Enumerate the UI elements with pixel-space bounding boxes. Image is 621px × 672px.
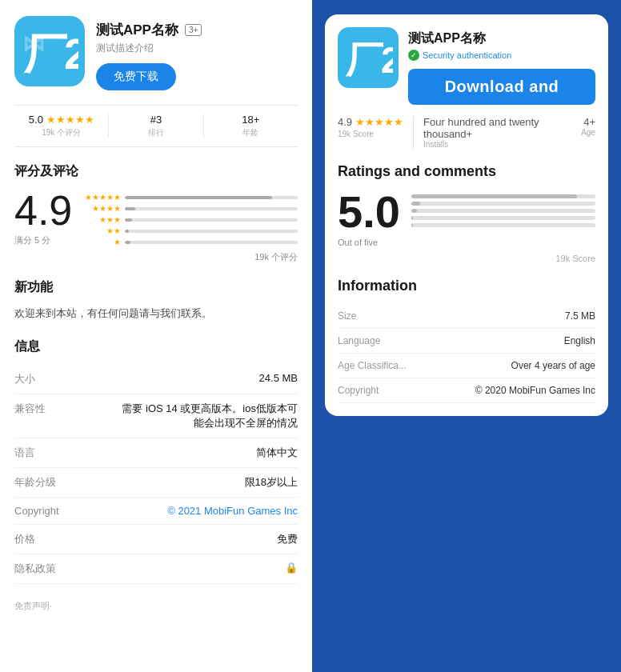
stats-row-right: 4.9 ★★★★★ 19k Score Four hundred and twe… [338,116,595,149]
big-score-left: 4.9 满分 5 分 [14,190,72,246]
stat-rank-label: 排行 [109,127,202,138]
star-row-3: ★★★ [85,215,298,224]
stat-rating-label: 19k 个评分 [14,127,108,138]
app-title-row: 测试APP名称 3+ [96,21,298,39]
right-app-title: 测试APP名称 [408,30,595,47]
stat-age-label: 年龄 [204,127,298,138]
right-age: 4+ Age [581,116,595,137]
info-row-age: 年龄分级 限18岁以上 [14,468,298,498]
ratings-title-right: Ratings and comments [338,163,595,180]
info-section-left: 信息 大小 24.5 MB 兼容性 需要 iOS 14 或更高版本。ios低版本… [14,338,298,584]
app-icon-left: 厂28 ⋈ [14,16,85,86]
right-app-info: 测试APP名称 ✓ Security authentication Downlo… [408,27,595,105]
right-info-row-age: Age Classifica... Over 4 years of age [338,354,595,378]
left-panel: 厂28 ⋈ 测试APP名称 3+ 测试描述介绍 免费下载 5.0 ★★★★★ 1… [0,0,312,672]
download-button-right[interactable]: Download and [408,69,595,105]
right-bars [411,190,595,227]
app-info-left: 测试APP名称 3+ 测试描述介绍 免费下载 [96,16,298,90]
stat-rating: 5.0 ★★★★★ 19k 个评分 [14,114,109,138]
info-section-right: Information Size 7.5 MB Language English… [338,278,595,403]
ratings-count-right: 19k Score [338,254,595,263]
stat-age: 18+ 年龄 [204,114,298,138]
app-icon-right: 厂28 [338,27,399,88]
ratings-section-right: Ratings and comments 5.0 Out of five 19k… [338,163,595,263]
svg-text:⋈: ⋈ [22,31,45,56]
ratings-inner-left: 4.9 满分 5 分 ★★★★★ ★★★★ ★★★ ★★ [14,190,298,246]
shield-icon: ✓ [408,50,419,61]
info-row-privacy: 隐私政策 🔒 [14,554,298,584]
star-row-4: ★★★★ [85,204,298,213]
age-badge-left: 3+ [185,24,202,36]
new-features-title: 新功能 [14,279,298,296]
security-auth: ✓ Security authentication [408,50,595,61]
stars-bars-left: ★★★★★ ★★★★ ★★★ ★★ ★ [85,190,298,246]
stats-divider [413,116,414,149]
new-features-text: 欢迎来到本站，有任何问题请与我们联系。 [14,306,298,322]
right-info-row-size: Size 7.5 MB [338,304,595,329]
info-row-compat: 兼容性 需要 iOS 14 或更高版本。ios低版本可能会出现不全屏的情况 [14,394,298,438]
right-info-row-copyright: Copyright © 2020 MobiFun Games Inc [338,378,595,403]
app-subtitle-cn: 测试描述介绍 [96,42,298,55]
info-title-right: Information [338,278,595,294]
stat-rank-value: #3 [109,114,202,126]
right-panel: 厂28 测试APP名称 ✓ Security authentication Do… [312,0,621,672]
ratings-section-left: 评分及评论 4.9 满分 5 分 ★★★★★ ★★★★ ★★★ [14,163,298,263]
stat-age-value: 18+ [204,114,298,126]
info-row-copyright: Copyright © 2021 MobiFun Games Inc [14,498,298,525]
star-row-2: ★★ [85,226,298,235]
info-row-lang: 语言 简体中文 [14,438,298,468]
right-info-row-lang: Language English [338,329,595,354]
info-row-size: 大小 24.5 MB [14,365,298,394]
ratings-count-left: 19k 个评分 [14,251,298,263]
stats-row-left: 5.0 ★★★★★ 19k 个评分 #3 排行 18+ 年龄 [14,105,298,147]
info-row-price: 价格 免费 [14,525,298,554]
app-header-left: 厂28 ⋈ 测试APP名称 3+ 测试描述介绍 免费下载 [14,16,298,90]
new-features-section: 新功能 欢迎来到本站，有任何问题请与我们联系。 [14,279,298,322]
star-row-5: ★★★★★ [85,193,298,202]
disclaimer: 免责声明· [14,600,298,612]
app-title-cn: 测试APP名称 [96,21,178,39]
download-button-left[interactable]: 免费下载 [96,63,176,90]
ratings-title-left: 评分及评论 [14,163,298,180]
right-card: 厂28 测试APP名称 ✓ Security authentication Do… [325,14,608,416]
right-installs: Four hundred and twenty thousand+ Instal… [423,116,571,149]
star-row-1: ★ [85,238,298,246]
svg-text:厂28: 厂28 [345,39,393,81]
ratings-inner-right: 5.0 Out of five [338,190,595,247]
info-title-left: 信息 [14,338,298,355]
stat-rank: #3 排行 [109,114,203,138]
security-text: Security authentication [423,50,511,60]
right-score-stars: 4.9 ★★★★★ 19k Score [338,116,403,138]
big-score-right: 5.0 Out of five [338,190,400,247]
stat-rating-value: 5.0 ★★★★★ [14,114,108,126]
app-header-right: 厂28 测试APP名称 ✓ Security authentication Do… [338,27,595,105]
